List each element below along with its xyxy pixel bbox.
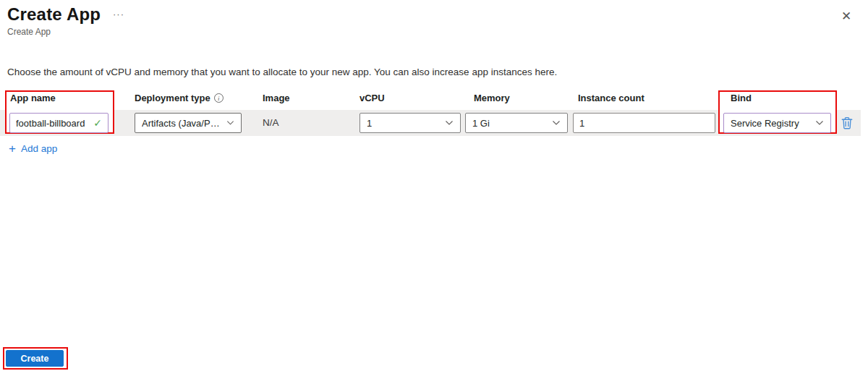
plus-icon: + bbox=[9, 142, 16, 155]
instance-count-column-label: Instance count bbox=[578, 93, 644, 103]
memory-dropdown[interactable]: 1 Gi bbox=[465, 113, 568, 133]
bind-column-label: Bind bbox=[731, 93, 752, 103]
vcpu-dropdown[interactable]: 1 bbox=[359, 113, 461, 133]
instance-count-input[interactable] bbox=[573, 113, 715, 133]
chevron-down-icon bbox=[226, 120, 234, 126]
deployment-type-dropdown[interactable]: Artifacts (Java/Poly... bbox=[135, 113, 242, 133]
trash-icon bbox=[841, 116, 853, 129]
delete-app-button[interactable] bbox=[840, 115, 854, 131]
bind-dropdown[interactable]: Service Registry bbox=[723, 113, 831, 133]
chevron-down-icon bbox=[445, 120, 454, 126]
close-icon[interactable]: ✕ bbox=[836, 6, 856, 26]
vcpu-column-label: vCPU bbox=[359, 93, 385, 103]
valid-check-icon: ✓ bbox=[93, 117, 102, 129]
page-subtitle: Create App bbox=[7, 27, 51, 37]
deployment-type-column-label: Deployment type i bbox=[135, 93, 224, 103]
chevron-down-icon bbox=[552, 120, 561, 126]
app-name-column-label: App name bbox=[10, 93, 56, 103]
instance-count-input-value[interactable] bbox=[579, 118, 709, 129]
create-button[interactable]: Create bbox=[6, 350, 64, 367]
create-app-panel: Create App ··· Create App ✕ Choose the a… bbox=[0, 0, 868, 371]
more-options-icon[interactable]: ··· bbox=[113, 9, 124, 20]
memory-column-label: Memory bbox=[474, 93, 510, 103]
app-name-input[interactable]: ✓ bbox=[9, 113, 109, 133]
description-text: Choose the amount of vCPU and memory tha… bbox=[7, 67, 557, 77]
info-icon[interactable]: i bbox=[214, 93, 224, 103]
chevron-down-icon bbox=[815, 120, 824, 126]
image-column-label: Image bbox=[263, 93, 290, 103]
app-name-input-value[interactable] bbox=[16, 118, 90, 129]
image-value: N/A bbox=[263, 117, 279, 128]
add-app-button[interactable]: + Add app bbox=[9, 142, 57, 155]
page-title: Create App bbox=[7, 4, 101, 25]
add-app-label: Add app bbox=[21, 143, 57, 154]
